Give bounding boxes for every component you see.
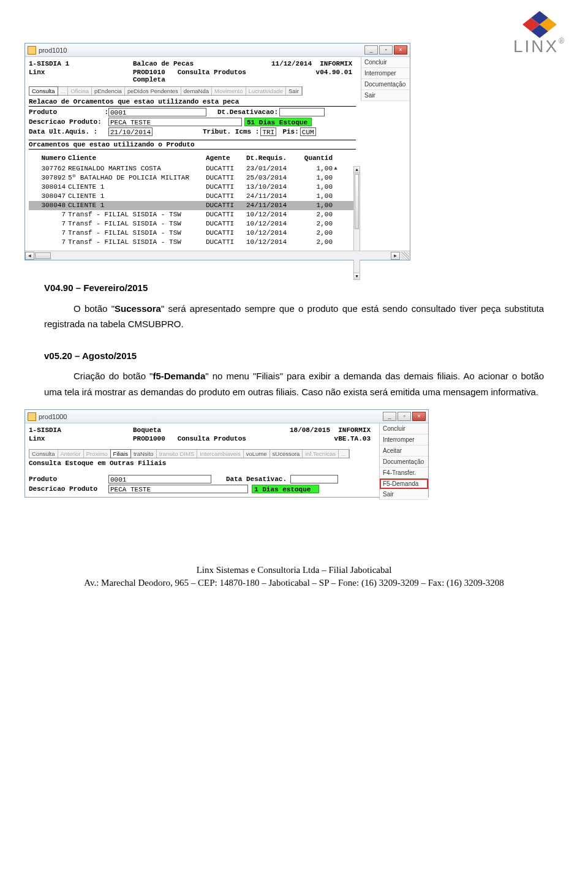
side-documenta-o[interactable]: Documentação <box>380 456 428 468</box>
panel-heading: Relacao de Orcamentos que estao utilizan… <box>29 98 356 107</box>
tab-strip: Consulta Anterior Proximo Filiais traNsi… <box>29 449 350 458</box>
vertical-scrollbar[interactable]: ▲ ▼ <box>353 166 360 280</box>
logo-icon <box>522 11 557 38</box>
page-footer: Linx Sistemas e Consultoria Ltda – Filia… <box>0 564 588 603</box>
table-row[interactable]: 7Transf - FILIAL SISDIA - TSWDUCATTI10/1… <box>29 229 356 238</box>
dt-desativacao-field[interactable] <box>279 108 325 116</box>
row-produto: Produto 0001 Data Desativac. <box>29 475 374 483</box>
table-row[interactable]: 7Transf - FILIAL SISDIA - TSWDUCATTI10/1… <box>29 210 356 219</box>
side-aceitar[interactable]: Aceitar <box>380 445 428 456</box>
header-row-2: Linx PROD1010 Consulta Produtos Completa… <box>29 68 356 84</box>
table-row[interactable]: 308014CLIENTE 1DUCATTI13/10/20141,00 <box>29 183 356 192</box>
dias-estoque-badge: 51 Dias Estoque <box>244 118 312 126</box>
header-row-2: Linx PROD1000 Consulta Produtos vBE.TA.0… <box>29 434 374 443</box>
side-concluir[interactable]: Concluir <box>380 423 428 434</box>
pis-field[interactable]: CUM <box>300 127 316 136</box>
tab-inf-tecnicas[interactable]: inf.Tecnicas <box>303 450 339 458</box>
grid-header-row: Numero Cliente Agente Dt.Requis. Quantid <box>29 153 356 164</box>
table-row[interactable]: 307762REGINALDO MARTINS COSTADUCATTI23/0… <box>29 164 356 173</box>
section-heading-1: V04.90 – Fevereiro/2015 <box>44 280 544 296</box>
scroll-right-icon[interactable]: ► <box>391 252 400 260</box>
tab-intercambiaveis[interactable]: Intercambiaveis <box>197 450 244 458</box>
scroll-thumb-h[interactable] <box>35 252 51 259</box>
side-sair[interactable]: Sair <box>361 90 410 101</box>
table-row[interactable]: 308047CLIENTE 1DUCATTI24/11/20141,00 <box>29 192 356 201</box>
tab-transito-dims[interactable]: transito DIMS <box>157 450 198 458</box>
tab-transito[interactable]: traNsito <box>131 450 157 458</box>
scroll-left-icon[interactable]: ◄ <box>25 252 34 260</box>
close-button[interactable]: × <box>412 412 426 421</box>
orcamentos-grid: Numero Cliente Agente Dt.Requis. Quantid… <box>29 153 356 247</box>
tab-lucratividade[interactable]: Lucratividade <box>246 87 287 95</box>
window-title: prod1010 <box>39 47 67 54</box>
maximize-button[interactable]: ▫ <box>379 45 393 55</box>
side-interromper[interactable]: Interromper <box>361 68 410 79</box>
tab-pendencia[interactable]: pEndencia <box>92 87 125 95</box>
header-row-1: 1-SISDIA Boqueta 18/08/2015 INFORMIX <box>29 426 374 434</box>
tab-consulta[interactable]: Consulta <box>29 86 58 96</box>
maximize-button[interactable]: ▫ <box>398 412 411 421</box>
side-actions-panel: Concluir Interromper Documentação Sair <box>361 57 410 101</box>
tab-anterior[interactable]: Anterior <box>58 450 84 458</box>
close-button[interactable]: × <box>394 45 407 55</box>
side-actions-panel: ConcluirInterromperAceitarDocumentaçãoF4… <box>379 423 428 500</box>
panel-heading: Consulta Estoque em Outras Filiais <box>29 460 374 468</box>
minimize-button[interactable]: _ <box>383 412 396 421</box>
resize-grip-icon[interactable] <box>401 252 409 260</box>
row-descricao: Descricao Produto PECA TESTE 1 Dias esto… <box>29 485 374 493</box>
tab-movimento[interactable]: Movimento <box>212 87 246 95</box>
minimize-button[interactable]: _ <box>364 45 378 55</box>
data-ult-aquis-field[interactable]: 21/10/2014 <box>108 127 153 136</box>
window-prod1010: prod1010 _ ▫ × Concluir Interromper Docu… <box>24 43 410 260</box>
tab-demanda[interactable]: demaNda <box>181 87 212 95</box>
tab-volume[interactable]: voLume <box>244 450 270 458</box>
tab-oficina[interactable]: Oficina <box>68 87 92 95</box>
scroll-up-icon[interactable]: ▲ <box>354 167 360 173</box>
row-descricao: Descricao Produto: PECA TESTE 51 Dias Es… <box>29 118 356 126</box>
tribut-icms-field[interactable]: TRI <box>260 127 276 136</box>
grid-heading: Orcamentos que estao utilizando o Produt… <box>29 140 356 150</box>
section-heading-2: v05.20 – Agosto/2015 <box>44 348 544 364</box>
table-row[interactable]: 3078925º BATALHAO DE POLICIA MILITARDUCA… <box>29 173 356 183</box>
paragraph-2: Criação do botão "f5-Demanda" no menu "F… <box>44 368 544 400</box>
table-row[interactable]: 7Transf - FILIAL SISDIA - TSWDUCATTI10/1… <box>29 219 356 229</box>
row-produto: Produto: 0001 Dt.Desativacao: <box>29 108 356 116</box>
tab-sucessora[interactable]: sUcessora <box>270 450 303 458</box>
side-interromper[interactable]: Interromper <box>380 434 428 445</box>
side-documentacao[interactable]: Documentação <box>361 79 410 90</box>
tab-pedidos[interactable]: peDidos Pendentes <box>125 87 181 95</box>
tab-more[interactable]: ... <box>58 87 69 95</box>
titlebar[interactable]: prod1010 _ ▫ × <box>25 44 410 57</box>
tab-consulta[interactable]: Consulta <box>29 450 58 458</box>
dias-estoque-badge: 1 Dias estoque <box>252 485 319 493</box>
brand-logo: LINX® <box>513 11 566 56</box>
data-desativac-field[interactable] <box>290 475 338 483</box>
app-icon <box>28 46 36 55</box>
side-f4-transfer-[interactable]: F4-Transfer. <box>380 468 428 479</box>
side-concluir[interactable]: Concluir <box>361 57 410 68</box>
produto-field[interactable]: 0001 <box>108 108 206 116</box>
titlebar[interactable]: prod1000 _ ▫ × <box>25 410 428 423</box>
scroll-thumb[interactable] <box>355 174 359 229</box>
window-prod1000: prod1000 _ ▫ × ConcluirInterromperAceita… <box>24 409 429 498</box>
tab-sair[interactable]: Sair <box>286 87 302 95</box>
produto-field[interactable]: 0001 <box>108 475 211 483</box>
row-data-ult: Data Ult.Aquis. : 21/10/2014 Tribut. Icm… <box>29 127 356 136</box>
footer-line-1: Linx Sistemas e Consultoria Ltda – Filia… <box>0 564 588 577</box>
table-row[interactable]: 7Transf - FILIAL SISDIA - TSWDUCATTI10/1… <box>29 238 356 247</box>
side-f5-demanda[interactable]: F5-Demanda <box>380 479 428 489</box>
side-sair[interactable]: Sair <box>380 489 428 500</box>
logo-text: LINX® <box>513 37 566 56</box>
tab-proximo[interactable]: Proximo <box>84 450 111 458</box>
descricao-field[interactable]: PECA TESTE <box>108 485 248 493</box>
document-body: V04.90 – Fevereiro/2015 O botão "Sucesso… <box>44 280 544 400</box>
scroll-down-icon[interactable]: ▼ <box>354 273 360 279</box>
tab-filiais[interactable]: Filiais <box>110 449 131 458</box>
horizontal-scrollbar[interactable]: ◄ ► <box>25 251 410 260</box>
tab-more[interactable]: ... <box>339 450 349 458</box>
table-row[interactable]: 308048CLIENTE 1DUCATTI24/11/20141,00 <box>29 201 356 210</box>
tab-strip: Consulta ... Oficina pEndencia peDidos P… <box>29 86 303 96</box>
paragraph-1: O botão "Sucessora" será apresentado sem… <box>44 301 544 332</box>
window-title: prod1000 <box>39 413 67 420</box>
descricao-field[interactable]: PECA TESTE <box>108 118 242 126</box>
